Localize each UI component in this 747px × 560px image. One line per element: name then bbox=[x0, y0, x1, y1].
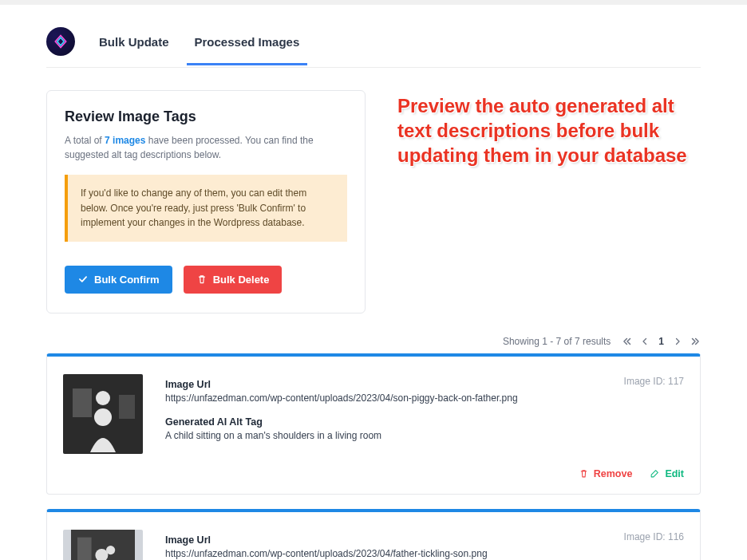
result-body: Image ID: 117 Image Url https://unfazedm… bbox=[47, 357, 700, 454]
chevron-left-icon bbox=[640, 337, 650, 346]
result-card: Image ID: 117 Image Url https://unfazedm… bbox=[46, 353, 701, 495]
result-body: Image ID: 116 Image Url https://unfazedm… bbox=[47, 512, 700, 560]
chevron-right-icon bbox=[673, 337, 682, 346]
field-label-alt: Generated AI Alt Tag bbox=[165, 416, 684, 428]
trash-icon bbox=[196, 274, 208, 285]
remove-label: Remove bbox=[594, 468, 633, 479]
review-heading: Review Image Tags bbox=[65, 108, 347, 125]
trash-icon bbox=[579, 468, 589, 479]
edit-button[interactable]: Edit bbox=[650, 468, 684, 479]
bulk-confirm-button[interactable]: Bulk Confirm bbox=[65, 266, 172, 294]
field-label-url: Image Url bbox=[165, 379, 684, 390]
edit-icon bbox=[650, 468, 660, 479]
app-logo bbox=[46, 27, 75, 56]
pager-summary: Showing 1 - 7 of 7 results bbox=[503, 336, 611, 347]
svg-point-3 bbox=[94, 408, 112, 426]
svg-rect-6 bbox=[77, 537, 92, 560]
bulk-confirm-label: Bulk Confirm bbox=[94, 274, 160, 286]
logo-diamond-icon bbox=[53, 34, 69, 49]
image-id-label: Image ID: 116 bbox=[624, 531, 684, 542]
bulk-delete-button[interactable]: Bulk Delete bbox=[184, 266, 283, 294]
svg-rect-1 bbox=[73, 388, 92, 417]
remove-button[interactable]: Remove bbox=[579, 468, 633, 479]
thumbnail-image-icon bbox=[63, 374, 143, 454]
pager-last-button[interactable] bbox=[690, 336, 701, 347]
field-value-alt: A child sitting on a man's shoulders in … bbox=[165, 430, 684, 441]
chevron-double-right-icon bbox=[690, 336, 701, 347]
main-container: Bulk Update Processed Images Review Imag… bbox=[22, 5, 725, 560]
pager-current-page: 1 bbox=[657, 336, 666, 347]
result-thumbnail bbox=[63, 374, 143, 454]
pager-next-button[interactable] bbox=[672, 337, 683, 346]
field-value-url: https://unfazedman.com/wp-content/upload… bbox=[165, 392, 684, 404]
pager-row: Showing 1 - 7 of 7 results 1 bbox=[46, 314, 701, 353]
thumbnail-image-icon bbox=[63, 530, 143, 560]
field-label-url: Image Url bbox=[165, 534, 684, 546]
image-id-label: Image ID: 117 bbox=[624, 376, 684, 387]
bulk-button-row: Bulk Confirm Bulk Delete bbox=[65, 266, 347, 294]
tab-bulk-update[interactable]: Bulk Update bbox=[97, 30, 171, 65]
review-summary-prefix: A total of bbox=[65, 135, 105, 146]
result-actions: Remove Edit bbox=[47, 454, 700, 494]
svg-point-8 bbox=[106, 546, 115, 554]
svg-point-2 bbox=[96, 391, 110, 405]
edit-label: Edit bbox=[665, 468, 684, 479]
nav-bar: Bulk Update Processed Images bbox=[46, 5, 701, 68]
result-content: Image ID: 117 Image Url https://unfazedm… bbox=[165, 374, 684, 454]
result-content: Image ID: 116 Image Url https://unfazedm… bbox=[165, 530, 684, 560]
info-alert: If you'd like to change any of them, you… bbox=[65, 175, 347, 242]
result-card: Image ID: 116 Image Url https://unfazedm… bbox=[46, 509, 701, 560]
field-value-url: https://unfazedman.com/wp-content/upload… bbox=[165, 548, 684, 559]
review-summary: A total of 7 images have been processed.… bbox=[65, 133, 347, 162]
pager-prev-button[interactable] bbox=[639, 337, 650, 346]
bulk-delete-label: Bulk Delete bbox=[213, 274, 270, 286]
svg-rect-4 bbox=[119, 395, 135, 419]
hero-callout: Preview the auto generated alt text desc… bbox=[397, 90, 701, 314]
content-row: Review Image Tags A total of 7 images ha… bbox=[46, 68, 701, 314]
tab-processed-images[interactable]: Processed Images bbox=[193, 30, 302, 65]
chevron-double-left-icon bbox=[622, 336, 633, 347]
pager-controls: 1 bbox=[622, 336, 701, 347]
check-icon bbox=[77, 274, 89, 285]
pager-first-button[interactable] bbox=[622, 336, 633, 347]
result-thumbnail bbox=[63, 530, 143, 560]
review-summary-count: 7 images bbox=[105, 135, 145, 146]
review-card: Review Image Tags A total of 7 images ha… bbox=[46, 90, 366, 314]
